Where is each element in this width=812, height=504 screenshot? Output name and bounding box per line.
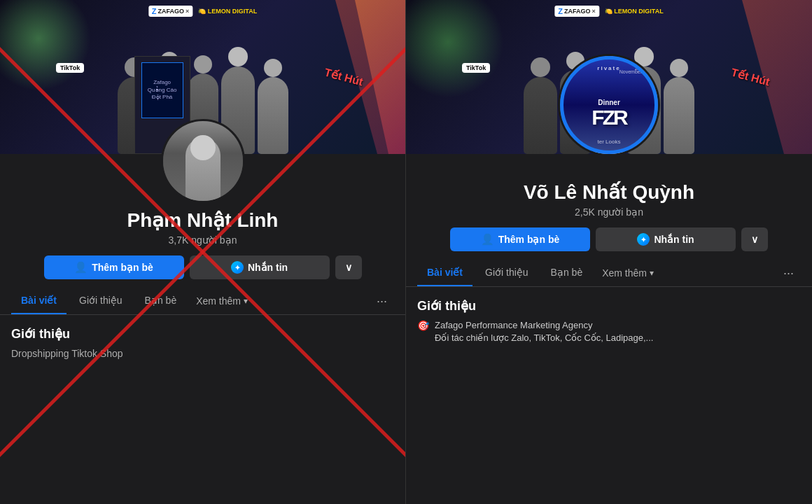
right-tab-posts-label: Bài viết [427,267,463,278]
add-friend-icon: 👤 [74,261,88,274]
right-add-friend-button[interactable]: 👤 Thêm bạn bè [450,227,590,251]
november-text: November [620,69,642,74]
left-intro-text: Dropshipping Tiktok Shop [11,347,394,361]
fzr-logo: FZR [592,108,626,127]
message-label: Nhắn tin [248,262,288,273]
left-message-button[interactable]: ✦ Nhắn tin [190,255,330,279]
private-dinner-badge: rivate 202 Dinner FZR ter Looks November [560,56,658,154]
avatar-head [190,135,216,160]
left-tab-more[interactable]: Xem thêm ▾ [189,288,255,314]
right-chevron-down-icon-tab: ▾ [650,268,654,278]
left-profile-panel: Z ZAFAGO × 🍋 LEMON DIGITAL TikTok Zafago… [0,0,406,504]
left-tab-friends[interactable]: Bạn bè [135,288,187,314]
left-profile-name: Phạm Nhật Linh [127,209,279,232]
right-messenger-icon: ✦ [637,233,650,246]
right-profile-section: Võ Lê Nhất Quỳnh 2,5K người bạn 👤 Thêm b… [406,154,812,251]
tab-more-label: Xem thêm [196,295,241,307]
right-add-friend-label: Thêm bạn bè [498,234,560,245]
right-cover-photo: Z ZAFAGO × 🍋 LEMON DIGITAL TikTok [406,0,812,154]
right-tab-about-label: Giới thiệu [485,267,528,278]
tab-friends-label: Bạn bè [145,295,177,306]
bio-line1: Zafago Performance Marketing Agency [435,319,653,332]
zafago-logo: Z ZAFAGO × [148,6,193,17]
right-tab-friends[interactable]: Bạn bè [541,260,593,286]
right-profile-panel: Z ZAFAGO × 🍋 LEMON DIGITAL TikTok [406,0,812,504]
left-action-buttons: 👤 Thêm bạn bè ✦ Nhắn tin ∨ [0,255,405,279]
chevron-down-icon: ∨ [345,262,352,273]
dinner-curve-text: rivate [597,65,620,71]
right-tab-about[interactable]: Giới thiệu [475,260,538,286]
tab-about-label: Giới thiệu [79,295,122,306]
logos-bar: Z ZAFAGO × 🍋 LEMON DIGITAL [148,6,257,17]
right-person-5 [664,59,694,154]
left-tab-about[interactable]: Giới thiệu [69,288,132,314]
right-tab-more-label: Xem thêm [602,267,647,279]
right-add-friend-icon: 👤 [481,233,494,246]
left-friends-count: 3,7K người bạn [169,234,237,246]
right-friends-count: 2,5K người bạn [575,206,643,218]
right-person-1 [524,57,557,154]
left-intro-title: Giới thiệu [11,326,394,342]
right-content-area: Giới thiệu 🎯 Zafago Performance Marketin… [406,287,812,344]
left-avatar-image [163,121,243,201]
bio-emoji: 🎯 [417,320,429,331]
left-profile-section: Phạm Nhật Linh 3,7K người bạn 👤 Thêm bạn… [0,154,405,279]
right-more-button[interactable]: ∨ [741,227,768,251]
bio-text-block: Zafago Performance Marketing Agency Đối … [435,319,653,344]
right-tab-posts[interactable]: Bài viết [417,260,472,286]
tab-posts-label: Bài viết [21,295,57,306]
left-content-area: Giới thiệu Dropshipping Tiktok Shop [0,315,405,361]
add-friend-label: Thêm bạn bè [92,262,153,273]
left-avatar [161,119,245,203]
right-message-button[interactable]: ✦ Nhắn tin [596,227,736,251]
right-logos-bar: Z ZAFAGO × 🍋 LEMON DIGITAL [554,6,663,17]
right-profile-name: Võ Lê Nhất Quỳnh [524,181,694,204]
right-bio-item: 🎯 Zafago Performance Marketing Agency Đố… [417,319,801,344]
right-lemon-logo: 🍋 LEMON DIGITAL [605,8,664,15]
right-zafago-logo: Z ZAFAGO × [554,6,599,17]
right-tab-more[interactable]: Xem thêm ▾ [595,260,661,286]
left-more-button[interactable]: ∨ [335,255,362,279]
tiktok-badge-right: TikTok [462,63,490,73]
right-message-label: Nhắn tin [654,234,694,245]
person-5 [258,59,288,154]
right-nav-tabs: Bài viết Giới thiệu Bạn bè Xem thêm ▾ ··… [406,260,812,287]
bio-line2: Đối tác chiến lược Zalo, TikTok, Cốc Cốc… [435,332,653,344]
right-tab-options[interactable]: ··· [776,262,801,285]
dinner-bottom: ter Looks [598,139,621,145]
left-nav-tabs: Bài viết Giới thiệu Bạn bè Xem thêm ▾ ··… [0,288,405,315]
lemon-digital-logo: 🍋 LEMON DIGITAL [198,8,257,15]
right-chevron-down-icon: ∨ [751,234,758,245]
right-tab-friends-label: Bạn bè [551,267,583,278]
right-intro-title: Giới thiệu [417,298,801,314]
booth-screen: ZafagoQuảng CáoĐột Phá [141,62,183,118]
messenger-icon: ✦ [231,261,244,274]
right-action-buttons: 👤 Thêm bạn bè ✦ Nhắn tin ∨ [406,227,812,251]
dinner-badge-inner: rivate 202 Dinner FZR ter Looks November [564,59,654,150]
left-tab-posts[interactable]: Bài viết [11,288,66,314]
tiktok-badge-left: TikTok [56,63,84,73]
left-tab-options[interactable]: ··· [370,290,394,313]
chevron-down-icon-tab: ▾ [244,296,248,306]
left-add-friend-button[interactable]: 👤 Thêm bạn bè [44,255,184,279]
